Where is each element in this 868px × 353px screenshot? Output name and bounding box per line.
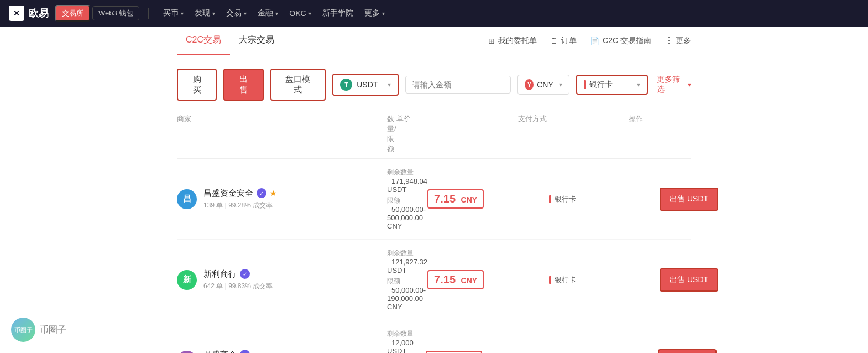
nav-trade[interactable]: 交易 ▾ <box>221 0 252 27</box>
price-value: 7.15 CNY <box>427 270 484 289</box>
header-merchant: 商家 <box>177 114 387 154</box>
watermark: 币圈子 币圈子 <box>11 318 66 342</box>
exchange-tab-button[interactable]: 交易所 <box>55 5 90 22</box>
price-cell: 7.15 CNY <box>427 270 549 289</box>
avatar: 新 <box>177 270 197 290</box>
logo-icon: ✕ <box>9 6 24 21</box>
action-cell: 出售 USDT <box>660 188 737 211</box>
amount-cell: 剩余数量 171,948.04 USDT 限额 50,000.00-500,00… <box>387 168 427 230</box>
chevron-down-icon: ▾ <box>388 81 391 89</box>
trade-table: 商家 数量/限额 单价 支付方式 操作 昌 昌盛资金安全 ✓ ★ 139 单 |… <box>0 110 868 353</box>
merchant-info: 鼎盛商会 ✓ 117 单 | 100.00% 成交率 <box>203 350 276 354</box>
avatar: 昌 <box>177 189 197 209</box>
nav-finance[interactable]: 金融 ▾ <box>252 0 284 27</box>
payment-method-selector[interactable]: 银行卡 ▾ <box>576 75 648 95</box>
sub-nav-actions: ⊞ 我的委托单 🗒 订单 📄 C2C 交易指南 ⋮ 更多 <box>488 35 691 46</box>
merchant-info: 昌盛资金安全 ✓ ★ 139 单 | 99.28% 成交率 <box>203 188 277 210</box>
sell-usdt-button[interactable]: 出售 USDT <box>660 188 718 211</box>
table-row: 昌 昌盛资金安全 ✓ ★ 139 单 | 99.28% 成交率 剩余数量 171… <box>177 159 691 240</box>
merchant-stats: 642 单 | 99.83% 成交率 <box>203 282 273 291</box>
bank-bar-icon <box>549 276 551 284</box>
watermark-text: 币圈子 <box>40 324 66 336</box>
merchant-cell: 鼎 鼎盛商会 ✓ 117 单 | 100.00% 成交率 <box>177 350 387 354</box>
price-value: 7.15 CNY <box>426 351 482 353</box>
amount-input[interactable] <box>405 76 511 94</box>
action-cell: 出售 USDT <box>660 268 737 292</box>
merchant-name: 新利商行 ✓ <box>203 269 273 279</box>
merchant-name: 昌盛资金安全 ✓ ★ <box>203 188 277 199</box>
chevron-down-icon: ▾ <box>181 11 184 17</box>
limit-row: 限额 50,000.00-500,000.00 CNY <box>387 196 427 230</box>
payment-cell: 银行卡 <box>549 194 660 204</box>
header-action: 操作 <box>629 114 706 154</box>
more-filter-button[interactable]: 更多筛选 ▾ <box>657 75 691 95</box>
tab-c2c[interactable]: C2C交易 <box>177 27 230 55</box>
merchant-cell: 新 新利商行 ✓ 642 单 | 99.83% 成交率 <box>177 269 387 291</box>
more-dots-icon: ⋮ <box>665 35 673 46</box>
cny-icon: ¥ <box>525 79 534 90</box>
verified-badge-icon: ✓ <box>240 269 250 279</box>
amount-cell: 剩余数量 121,927.32 USDT 限额 50,000.00-190,00… <box>387 248 427 311</box>
filter-bar: 购买 出售 盘口模式 T USDT ▾ ¥ CNY ▾ 银行卡 ▾ 更多筛选 ▾ <box>0 55 868 110</box>
chevron-down-icon: ▾ <box>559 81 562 89</box>
document-icon: 🗒 <box>550 37 558 45</box>
merchant-info: 新利商行 ✓ 642 单 | 99.83% 成交率 <box>203 269 273 291</box>
buy-button[interactable]: 购买 <box>177 69 217 101</box>
nav-divider <box>148 8 149 19</box>
avatar: 鼎 <box>177 351 197 354</box>
web3-wallet-button[interactable]: Web3 钱包 <box>92 6 139 20</box>
currency-selector[interactable]: ¥ CNY ▾ <box>517 75 569 95</box>
merchant-name: 鼎盛商会 ✓ <box>203 350 276 354</box>
nav-beginner[interactable]: 新手学院 <box>317 0 359 27</box>
bank-indicator <box>584 80 586 89</box>
star-icon: ★ <box>270 189 277 198</box>
orderbook-mode-button[interactable]: 盘口模式 <box>270 69 326 101</box>
nav-discover[interactable]: 发现 ▾ <box>189 0 221 27</box>
logo-area: ✕ 欧易 <box>9 6 49 21</box>
chevron-down-icon: ▾ <box>637 81 640 89</box>
logo-text: 欧易 <box>29 7 49 20</box>
nav-buy[interactable]: 买币 ▾ <box>158 0 189 27</box>
action-cell: 出售 USDT <box>658 349 735 354</box>
sell-usdt-button[interactable]: 出售 USDT <box>658 349 717 354</box>
chevron-down-icon: ▾ <box>244 11 247 17</box>
table-header-row: 商家 数量/限额 单价 支付方式 操作 <box>177 110 691 159</box>
verified-badge-icon: ✓ <box>240 350 250 353</box>
limit-row: 限额 50,000.00-190,000.00 CNY <box>387 277 427 311</box>
merchant-stats: 139 单 | 99.28% 成交率 <box>203 201 277 210</box>
nav-okc[interactable]: OKC ▾ <box>284 0 316 27</box>
sub-nav-more[interactable]: ⋮ 更多 <box>665 35 691 46</box>
c2c-guide-action[interactable]: 📄 C2C 交易指南 <box>590 36 651 46</box>
tab-bulk[interactable]: 大宗交易 <box>230 27 283 55</box>
chevron-down-icon: ▾ <box>382 11 385 17</box>
usdt-icon: T <box>340 79 352 91</box>
bank-bar-icon <box>549 195 551 203</box>
guide-icon: 📄 <box>590 37 599 45</box>
grid-icon: ⊞ <box>488 37 495 45</box>
table-row: 鼎 鼎盛商会 ✓ 117 单 | 100.00% 成交率 剩余数量 12,000… <box>177 320 691 353</box>
sell-usdt-button[interactable]: 出售 USDT <box>660 268 718 292</box>
header-amount: 数量/限额 <box>387 114 396 154</box>
chevron-down-icon: ▾ <box>688 81 691 89</box>
qty-row: 剩余数量 121,927.32 USDT <box>387 248 427 274</box>
my-orders-action[interactable]: ⊞ 我的委托单 <box>488 36 537 46</box>
nav-more[interactable]: 更多 ▾ <box>359 0 390 27</box>
sub-navigation: C2C交易 大宗交易 ⊞ 我的委托单 🗒 订单 📄 C2C 交易指南 ⋮ 更多 <box>0 27 868 55</box>
watermark-logo: 币圈子 <box>11 318 35 342</box>
top-navigation: ✕ 欧易 交易所 Web3 钱包 买币 ▾ 发现 ▾ 交易 ▾ 金融 ▾ OKC… <box>0 0 868 27</box>
table-row: 新 新利商行 ✓ 642 单 | 99.83% 成交率 剩余数量 121,927… <box>177 240 691 320</box>
sub-nav-tabs: C2C交易 大宗交易 <box>177 27 283 55</box>
amount-cell: 剩余数量 12,000 USDT 限额 30,000.00-85,500.00 … <box>387 329 426 353</box>
header-price: 单价 <box>396 114 518 154</box>
chevron-down-icon: ▾ <box>308 11 311 17</box>
sell-button[interactable]: 出售 <box>223 69 263 101</box>
orders-action[interactable]: 🗒 订单 <box>550 36 577 46</box>
coin-selector[interactable]: T USDT ▾ <box>332 74 399 96</box>
qty-row: 剩余数量 171,948.04 USDT <box>387 168 427 194</box>
price-cell: 7.15 CNY <box>427 189 549 209</box>
price-cell: 7.15 CNY <box>426 351 547 353</box>
chevron-down-icon: ▾ <box>212 11 215 17</box>
price-value: 7.15 CNY <box>427 189 484 209</box>
verified-badge-icon: ✓ <box>257 188 266 198</box>
qty-row: 剩余数量 12,000 USDT <box>387 329 426 353</box>
